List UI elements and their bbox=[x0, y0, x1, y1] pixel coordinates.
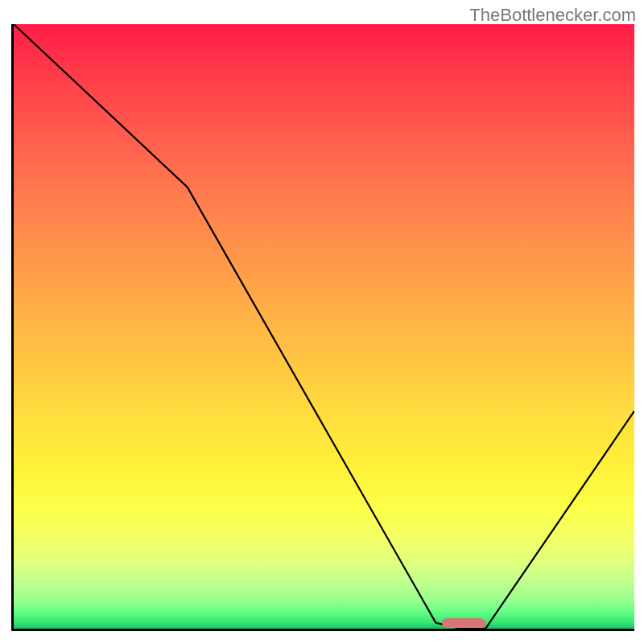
axes bbox=[11, 24, 634, 631]
chart-container: TheBottlenecker.com bbox=[0, 0, 644, 644]
watermark-text: TheBottlenecker.com bbox=[469, 5, 636, 26]
